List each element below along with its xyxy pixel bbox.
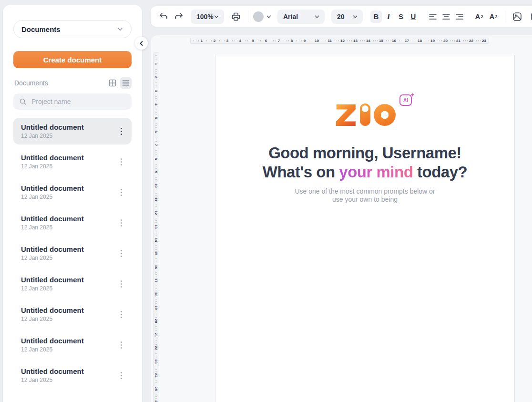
grid-view-button[interactable] [107,77,118,89]
subscript-button[interactable]: A2 [488,10,499,23]
ruler-mark: 2 [205,38,217,43]
font-family-value: Arial [283,13,298,21]
document-title: Untitled document [21,306,115,314]
color-swatch [253,11,264,22]
ruler-mark: 13 [346,38,359,43]
ruler-mark: 17 [398,38,410,43]
document-page[interactable]: z AI + Good morning, Username! What's on… [215,55,515,402]
logo-letter-i [360,103,370,126]
undo-button[interactable] [157,10,170,23]
redo-icon [174,11,184,22]
greeting-line1: Good morning, Username! [268,144,461,162]
document-info: Untitled document 12 Jan 2025 [21,245,115,261]
document-list-item[interactable]: Untitled document 12 Jan 2025 [13,301,132,328]
chevron-down-icon [352,14,358,20]
image-icon [512,11,522,22]
ruler-mark: 20 [436,38,449,43]
insert-table-button[interactable] [529,10,532,23]
greeting-line2-prefix: What's on [263,163,339,181]
document-date: 12 Jan 2025 [21,255,115,261]
chevron-down-icon [314,14,320,20]
ruler-mark: 14 [359,38,372,43]
ruler-mark: 9 [153,162,159,175]
document-list-item[interactable]: Untitled document 12 Jan 2025 [13,148,132,175]
ruler-mark: 24 [153,365,159,379]
ruler-vertical[interactable]: 1234567891011121314151617181920212223242… [153,52,159,402]
document-list-item[interactable]: Untitled document 12 Jan 2025 [13,118,132,144]
ruler-mark: 23 [153,352,159,365]
font-size-select[interactable]: 20 [331,10,363,24]
greeting-subtitle: Use one of the most common prompts below… [215,187,514,204]
insert-image-button[interactable] [511,10,523,23]
ruler-horizontal[interactable]: 1234567891011121314151617181920212223 [190,38,489,44]
ruler-mark: 19 [423,38,436,43]
align-right-button[interactable] [453,10,466,23]
list-view-button[interactable] [120,77,132,89]
document-info: Untitled document 12 Jan 2025 [21,184,115,200]
document-date: 12 Jan 2025 [21,194,115,200]
search-input[interactable] [31,98,126,105]
document-list-item[interactable]: Untitled document 12 Jan 2025 [13,240,132,267]
undo-icon [158,11,169,22]
strikethrough-button[interactable]: S [395,10,407,23]
document-list-item[interactable]: Untitled document 12 Jan 2025 [13,362,132,389]
document-list-item[interactable]: Untitled document 12 Jan 2025 [13,209,132,236]
collection-selector[interactable]: Documents [13,20,132,38]
document-menu-button[interactable] [115,368,127,383]
ruler-mark: 16 [153,257,159,270]
ruler-mark: 25 [153,379,159,392]
document-menu-button[interactable] [115,307,127,322]
align-left-button[interactable] [427,10,439,23]
toolbar-divider [505,11,505,22]
ruler-mark: 10 [153,176,159,189]
ruler-mark: 7 [269,38,282,43]
document-info: Untitled document 12 Jan 2025 [21,276,115,292]
ruler-mark: 3 [217,38,230,43]
align-center-icon [441,12,451,21]
ruler-mark: 22 [462,38,475,43]
ruler-mark: 12 [333,38,346,43]
ruler-mark: 12 [153,203,159,216]
ruler-mark: 6 [153,122,159,135]
align-center-button[interactable] [440,10,452,23]
document-title: Untitled document [21,337,115,345]
chevron-down-icon [117,26,123,32]
document-title: Untitled document [21,245,115,253]
underline-button[interactable]: U [408,10,419,23]
document-title: Untitled document [21,276,115,284]
font-family-select[interactable]: Arial [277,10,325,24]
text-color-select[interactable] [253,11,272,22]
document-date: 12 Jan 2025 [21,163,115,170]
document-list-item[interactable]: Untitled document 12 Jan 2025 [13,270,132,297]
search-box [13,93,132,110]
sidebar-collapse-button[interactable] [135,37,148,50]
document-menu-button[interactable] [115,185,127,200]
ruler-mark: 21 [153,325,159,338]
ruler-mark: 26 [153,392,159,402]
ruler-mark: 1 [153,54,159,67]
ruler-mark: 7 [153,135,159,148]
document-menu-button[interactable] [115,246,127,261]
print-button[interactable] [230,10,242,23]
ruler-mark: 15 [153,243,159,257]
bold-button[interactable]: B [370,10,382,23]
font-size-value: 20 [337,13,345,21]
redo-button[interactable] [173,10,185,23]
search-icon [19,98,27,105]
create-document-button[interactable]: Create document [13,51,132,68]
superscript-button[interactable]: A2 [473,10,485,23]
document-menu-button[interactable] [115,337,127,352]
document-date: 12 Jan 2025 [21,224,115,231]
ruler-mark: 23 [475,38,488,43]
zoom-select[interactable]: 100% [191,10,224,24]
greeting-highlight: your mind [339,163,413,181]
document-menu-button[interactable] [115,215,127,230]
document-menu-button[interactable] [115,124,127,139]
zoom-value: 100% [196,13,214,21]
document-list-item[interactable]: Untitled document 12 Jan 2025 [13,179,132,206]
greeting-heading: Good morning, Username! What's on your m… [215,144,514,182]
document-list-item[interactable]: Untitled document 12 Jan 2025 [13,331,132,358]
italic-button[interactable]: I [383,10,394,23]
document-menu-button[interactable] [115,154,127,169]
document-menu-button[interactable] [115,276,127,291]
